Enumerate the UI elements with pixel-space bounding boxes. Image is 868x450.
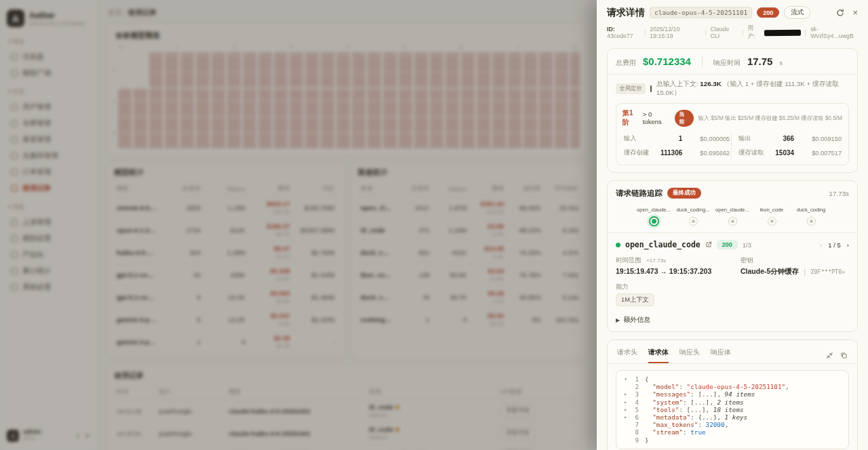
collapse-view-icon[interactable] — [826, 352, 833, 359]
client-name: Claude CLI — [710, 26, 738, 39]
trace-card: 请求链路追踪 最终成功 17.73s open_claude...duck_co… — [607, 180, 858, 332]
code-line: ▸3 "messages": [...], 94 items — [622, 390, 843, 398]
step-status-dot — [616, 243, 620, 247]
trace-node-idle-icon — [768, 217, 776, 226]
code-line: 8 "stream": true — [622, 428, 843, 436]
external-link-icon[interactable] — [705, 241, 712, 248]
step-channel-name: open_claude_code — [625, 240, 701, 249]
total-cost-value: $0.712334 — [643, 56, 691, 67]
api-key-masked: sk-WvzlSy4...uwgB — [810, 26, 858, 39]
screen: A Aether Multi-Provider LLM Gateway ▾ 概览… — [0, 0, 868, 450]
redacted-username — [764, 29, 801, 36]
trace-node-active-icon — [647, 214, 661, 228]
cost-card: 总费用 $0.712334 响应时间 17.75 s 全局定价 总输入上下文: … — [607, 48, 858, 173]
close-icon[interactable]: × — [852, 7, 858, 18]
tier-usage-cell: 输入1$0.000005 — [623, 131, 731, 146]
tier-range: > 0 tokens — [643, 110, 671, 125]
io-tab[interactable]: 响应体 — [711, 348, 731, 363]
pricing-scope-chip: 全局定价 — [616, 83, 646, 94]
pager-next-icon[interactable]: › — [847, 241, 849, 249]
stream-badge: 流式 — [784, 6, 810, 19]
step-status-badge: 200 — [717, 240, 738, 249]
pager-prev-icon[interactable]: ‹ — [820, 241, 822, 249]
trace-result-badge: 最终成功 — [667, 188, 701, 199]
drawer-title: 请求详情 — [607, 7, 645, 19]
code-line: ▸5 "tools": [...], 18 items — [622, 406, 843, 413]
request-body-json[interactable]: ▾1{2 "model": "claude-opus-4-5-20251101"… — [616, 370, 849, 449]
context-total: 126.3K — [700, 80, 722, 87]
response-time-value: 17.75 — [747, 56, 773, 67]
request-time: 2025/12/10 19:15:19 — [650, 26, 701, 39]
io-tab[interactable]: 响应头 — [679, 348, 700, 363]
pager-page: 1 / 5 — [828, 241, 841, 249]
trace-node-idle-icon — [689, 217, 698, 226]
trace-node-idle-icon — [807, 217, 816, 226]
tier-usage-cell: 缓存读取15034$0.007517 — [731, 146, 843, 160]
tier-name: 第1阶 — [623, 108, 639, 127]
extra-info-toggle[interactable]: ▶ 额外信息 — [616, 315, 849, 325]
trace-node-idle-icon — [728, 217, 737, 226]
tier-usage-cell: 输出366$0.009150 — [731, 131, 843, 146]
request-detail-drawer: 请求详情 claude-opus-4-5-20251101 200 流式 × I… — [597, 0, 868, 450]
capability-field: 能力 1M上下文 — [616, 283, 849, 306]
io-tab[interactable]: 请求头 — [617, 348, 637, 363]
user-label: 用户: — [748, 24, 761, 41]
tier-usage-cell: 缓存创建111306$0.695662 — [623, 146, 731, 160]
status-badge: 200 — [757, 7, 779, 18]
time-range-value: 19:15:19.473 → 19:15:37.203 — [616, 267, 741, 275]
time-delta: +17.73s — [646, 258, 666, 264]
code-line: 2 "model": "claude-opus-4-5-20251101", — [622, 383, 843, 390]
code-line: 7 "max_tokens": 32000, — [622, 421, 843, 428]
code-line: ▸6 "metadata": {...}, 1 keys — [622, 413, 843, 421]
refresh-icon[interactable] — [836, 9, 844, 17]
tier-current-badge: 当前 — [675, 110, 694, 127]
key-field: 密钥 Claude-5分钟缓存 | Z0F***PT0= — [741, 256, 849, 277]
io-tab[interactable]: 请求体 — [648, 348, 669, 363]
copy-icon[interactable] — [840, 352, 848, 359]
expand-triangle-icon: ▶ — [616, 317, 620, 323]
request-id: 43cede77 — [607, 33, 633, 39]
trace-node[interactable]: duck_coding — [785, 207, 837, 226]
total-cost-label: 总费用 — [616, 58, 636, 68]
step-attempt: 1/3 — [743, 241, 751, 249]
code-line: 9} — [622, 436, 843, 444]
trace-title: 请求链路追踪 — [616, 188, 663, 199]
io-card: 请求头请求体响应头响应体 ▾1{2 "model": "claude-opus-… — [607, 340, 858, 450]
pricing-tier-box: 第1阶 > 0 tokens 当前 输入 $5/M 输出 $25/M 缓存创建 … — [616, 103, 849, 165]
trace-duration: 17.73s — [829, 190, 849, 197]
code-line: ▾1{ — [622, 375, 843, 383]
model-chip: claude-opus-4-5-20251101 — [650, 7, 752, 18]
request-meta: ID: 43cede77 | 2025/12/10 19:15:19 | Cla… — [607, 24, 858, 41]
code-line: ▸4 "system": [...], 2 items — [622, 398, 843, 406]
response-time-label: 响应时间 — [713, 58, 741, 68]
context-label: 总输入上下文: — [656, 80, 698, 87]
key-masked-value: Z0F***PT0= — [810, 268, 845, 275]
tier-rates: 输入 $5/M 输出 $25/M 缓存创建 $6.25/M 缓存读取 $0.5/… — [698, 115, 842, 122]
capability-chip: 1M上下文 — [616, 293, 654, 306]
key-name: Claude-5分钟缓存 — [741, 267, 799, 277]
time-range-field: 时间范围 +17.73s 19:15:19.473 → 19:15:37.203 — [616, 256, 741, 277]
